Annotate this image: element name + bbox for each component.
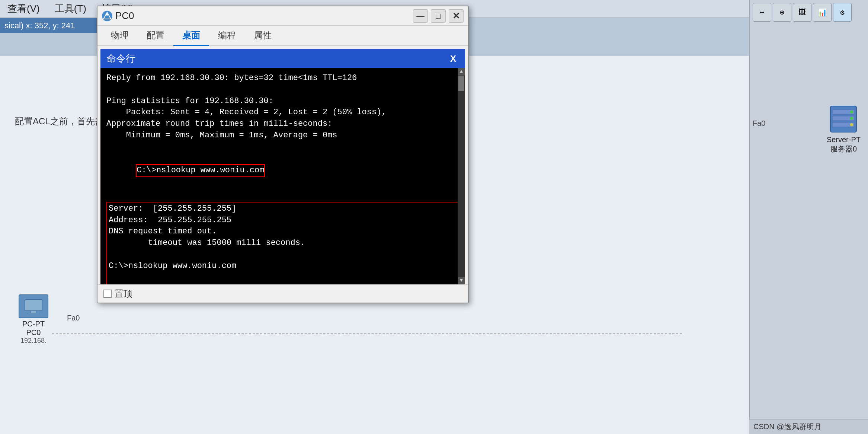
status-bar: CSDN @逸风群明月 [749,419,868,434]
toolbar-btn-5[interactable]: ⚙ [833,3,852,22]
tab-properties[interactable]: 属性 [245,26,281,46]
terminal-server2: Server: [192.168.30.30] [109,283,457,284]
toolbar-btn-2[interactable]: ⊕ [773,3,791,22]
right-toolbar: ↔ ⊕ 🖼 📊 ⚙ Fa0 Server-PT 服务器0 [749,0,868,434]
pc-ip: 192.168. [19,337,48,345]
scroll-down-btn[interactable]: ▼ [458,277,465,284]
nslookup-result-box: Server: [255.255.255.255] Address: 255.2… [106,202,459,284]
toolbar-btn-3[interactable]: 🖼 [793,3,811,22]
terminal-nslookup2-cmd: C:\>nslookup www.woniu.com [109,261,457,272]
svg-rect-0 [25,300,42,311]
dialog-title-icon [102,11,112,21]
pc-label-name: PC0 [19,328,48,337]
dialog-title-controls: — □ ✕ [413,9,464,23]
fa0-left-label: Fa0 [67,314,80,322]
terminal-nslookup1-cmd: C:\>nslookup www.woniu.com [106,153,459,189]
topmost-label: 置顶 [115,288,132,300]
server-label-name: 服务器0 [827,144,861,154]
terminal-line-blank2 [106,189,459,200]
server-label-type: Server-PT [827,135,861,144]
close-button[interactable]: ✕ [449,9,464,23]
tab-desktop[interactable]: 桌面 [173,26,209,46]
nslookup1-cmd-box: C:\>nslookup www.woniu.com [136,164,265,177]
terminal-line-2 [106,84,459,96]
terminal-line-3: Ping statistics for 192.168.30.30: [106,96,459,107]
svg-rect-1 [31,311,36,313]
dialog-titlebar: PC0 — □ ✕ [97,6,468,26]
server-element: Server-PT 服务器0 [827,104,861,154]
cmd-title: 命令行 [106,52,135,65]
server-icon [829,104,858,134]
terminal-timeout: timeout was 15000 milli seconds. [109,237,457,249]
svg-point-7 [850,111,853,114]
terminal-scrollbar[interactable]: ▲ ▼ [458,68,465,284]
menu-view[interactable]: 查看(V) [4,1,43,17]
pc-element: PC-PT PC0 192.168. [19,294,48,345]
terminal[interactable]: Reply from 192.168.30.30: bytes=32 time<… [100,68,465,284]
dialog-bottom: 置顶 [97,284,468,303]
terminal-blank4 [109,272,457,284]
tab-config[interactable]: 配置 [138,26,173,46]
svg-point-8 [850,117,853,120]
status-text: CSDN @逸风群明月 [753,422,821,432]
terminal-blank3 [109,249,457,261]
terminal-line-1: Reply from 192.168.30.30: bytes=32 time<… [106,73,459,84]
cmd-header: 命令行 X [100,49,465,68]
svg-point-9 [850,123,853,126]
svg-rect-2 [28,313,39,314]
svg-point-11 [106,13,108,16]
toolbar-btn-1[interactable]: ↔ [753,3,771,22]
menu-tools[interactable]: 工具(T) [52,1,89,17]
dialog-window: PC0 — □ ✕ 物理 配置 桌面 编程 属性 命令行 X Reply fro… [97,6,469,303]
terminal-line-5: Approximate round trip times in milli-se… [106,118,459,130]
scroll-up-btn[interactable]: ▲ [458,68,465,76]
cmd-close-button[interactable]: X [447,54,459,64]
scroll-thumb[interactable] [458,76,464,91]
scroll-track [458,76,465,277]
terminal-line-4: Packets: Sent = 4, Received = 2, Lost = … [106,107,459,118]
fa0-right-label: Fa0 [753,119,765,128]
tab-programming[interactable]: 编程 [209,26,245,46]
coords-bar: sical) x: 352, y: 241 [0,18,104,33]
pc-icon [19,294,48,318]
connection-line [52,334,682,334]
pc-label-type: PC-PT [19,320,48,328]
topmost-checkbox[interactable] [103,290,112,298]
tab-physics[interactable]: 物理 [102,26,138,46]
terminal-line-6: Minimum = 0ms, Maximum = 1ms, Average = … [106,130,459,141]
dialog-title-left: PC0 [102,10,134,22]
coords-label: sical) x: 352, y: 241 [4,21,75,30]
terminal-dns: DNS request timed out. [109,226,457,237]
minimize-button[interactable]: — [413,9,428,23]
maximize-button[interactable]: □ [431,9,446,23]
terminal-server1: Server: [255.255.255.255] [109,203,457,215]
toolbar-btn-4[interactable]: 📊 [813,3,832,22]
terminal-address1: Address: 255.255.255.255 [109,215,457,226]
dialog-title-text: PC0 [115,10,134,22]
dialog-tabs: 物理 配置 桌面 编程 属性 [97,26,468,46]
terminal-line-blank1 [106,141,459,153]
